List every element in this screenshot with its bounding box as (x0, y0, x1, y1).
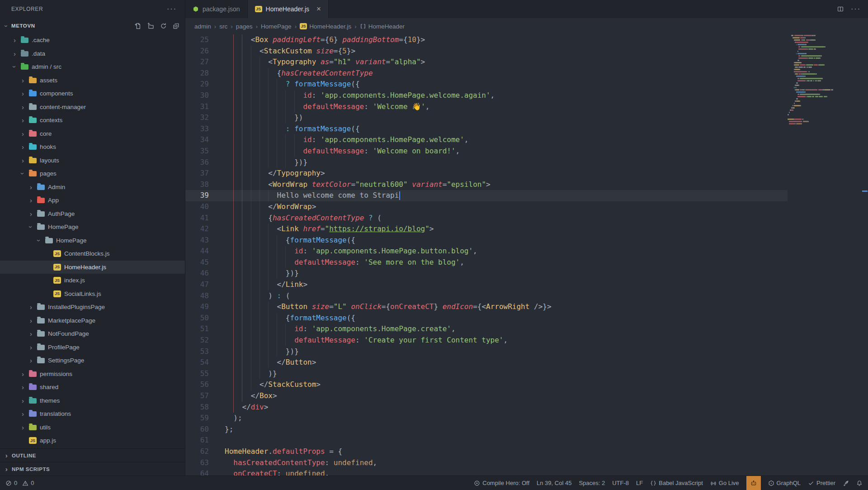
code-line-57[interactable]: 57 </Box> (185, 390, 788, 402)
folder-assets[interactable]: ›assets (0, 74, 185, 87)
refresh-icon[interactable] (160, 23, 167, 29)
explorer-more-icon[interactable]: ··· (167, 5, 177, 13)
code-line-56[interactable]: 56 </StackCustom> (185, 379, 788, 390)
code-line-30[interactable]: 30 id: 'app.components.HomePage.welcome.… (185, 90, 788, 101)
breadcrumb-admin[interactable]: admin (194, 23, 211, 30)
folder-hooks[interactable]: ›hooks (0, 140, 185, 154)
breadcrumb-pages[interactable]: pages (236, 23, 253, 30)
folder-notfoundpage[interactable]: ›NotFoundPage (0, 327, 185, 341)
tab-package-json[interactable]: package.json (185, 0, 248, 18)
folder-utils[interactable]: ›utils (0, 421, 185, 434)
code-line-52[interactable]: 52 defaultMessage: 'Create your first Co… (185, 335, 788, 346)
breadcrumb-src[interactable]: src (219, 23, 227, 30)
code-line-51[interactable]: 51 id: 'app.components.HomePage.create', (185, 323, 788, 335)
code-line-28[interactable]: 28 {hasCreatedContentType (185, 68, 788, 79)
status-warnings[interactable]: 0 (22, 476, 34, 490)
status-compile-hero[interactable]: Compile Hero: Off (474, 476, 529, 490)
folder-settingspage[interactable]: ›SettingsPage (0, 354, 185, 367)
folder-.data[interactable]: ›.data (0, 47, 185, 61)
tab-homeheader-js[interactable]: JS HomeHeader.js × (248, 0, 329, 18)
code-editor[interactable]: 25 <Box paddingLeft={6} paddingBottom={1… (185, 34, 868, 476)
folder-components[interactable]: ›components (0, 87, 185, 100)
code-line-46[interactable]: 46 })} (185, 268, 788, 279)
code-line-27[interactable]: 27 <Typography as="h1" variant="alpha"> (185, 57, 788, 68)
folder-marketplacepage[interactable]: ›MarketplacePage (0, 314, 185, 328)
folder-authpage[interactable]: ›AuthPage (0, 207, 185, 221)
code-line-38[interactable]: 38 <WordWrap textColor="neutral600" vari… (185, 179, 788, 190)
folder-contexts[interactable]: ›contexts (0, 114, 185, 127)
folder-pages[interactable]: ›pages (0, 167, 185, 181)
breadcrumb-homepage[interactable]: HomePage (261, 23, 292, 30)
code-line-50[interactable]: 50 {formatMessage({ (185, 313, 788, 324)
code-line-45[interactable]: 45 defaultMessage: 'See more on the blog… (185, 257, 788, 268)
split-editor-icon[interactable] (837, 6, 844, 12)
code-line-41[interactable]: 41 {hasCreatedContentType ? ( (185, 213, 788, 224)
code-line-54[interactable]: 54 </Button> (185, 357, 788, 368)
folder-app[interactable]: ›App (0, 194, 185, 207)
code-area[interactable]: 25 <Box paddingLeft={6} paddingBottom={1… (185, 34, 788, 476)
code-line-32[interactable]: 32 }) (185, 112, 788, 124)
code-line-61[interactable]: 61 (185, 435, 788, 446)
code-line-49[interactable]: 49 <Button size="L" onClick={onCreateCT}… (185, 301, 788, 313)
folder-layouts[interactable]: ›layouts (0, 154, 185, 167)
status-graphql[interactable]: GraphQL (768, 476, 801, 490)
code-line-55[interactable]: 55 )} (185, 368, 788, 380)
status-errors[interactable]: 0 (5, 476, 17, 490)
folder-themes[interactable]: ›themes (0, 394, 185, 408)
code-line-37[interactable]: 37 </Typography> (185, 168, 788, 179)
code-line-59[interactable]: 59 ); (185, 413, 788, 424)
status-rocket[interactable] (843, 476, 849, 490)
status-prettier[interactable]: Prettier (808, 476, 835, 490)
status-encoding[interactable]: UTF-8 (612, 476, 629, 490)
close-icon[interactable]: × (316, 5, 321, 14)
status-indentation[interactable]: Spaces: 2 (579, 476, 605, 490)
code-line-33[interactable]: 33 : formatMessage({ (185, 124, 788, 135)
workspace-row[interactable]: › METOVN (0, 18, 185, 33)
code-line-43[interactable]: 43 {formatMessage({ (185, 235, 788, 246)
code-line-58[interactable]: 58 </div> (185, 402, 788, 413)
npm-scripts-section[interactable]: › NPM SCRIPTS (0, 462, 185, 476)
breadcrumb-homeheader[interactable]: HomeHeader (360, 23, 405, 30)
folder-.cache[interactable]: ›.cache (0, 33, 185, 47)
code-line-31[interactable]: 31 defaultMessage: 'Welcome 👋', (185, 101, 788, 113)
code-line-25[interactable]: 25 <Box paddingLeft={6} paddingBottom={1… (185, 34, 788, 46)
status-language-mode[interactable]: Babel JavaScript (650, 476, 703, 490)
minimap[interactable] (788, 34, 862, 476)
status-cursor-position[interactable]: Ln 39, Col 45 (537, 476, 571, 490)
folder-admin[interactable]: ›Admin (0, 181, 185, 194)
folder-shared[interactable]: ›shared (0, 381, 185, 394)
folder-installedpluginspage[interactable]: ›InstalledPluginsPage (0, 300, 185, 314)
code-line-40[interactable]: 40 </WordWrap> (185, 201, 788, 213)
folder-content-manager[interactable]: ›content-manager (0, 100, 185, 114)
file-homeheader.js[interactable]: JSHomeHeader.js (0, 261, 185, 274)
status-eol[interactable]: LF (636, 476, 643, 490)
file-contentblocks.js[interactable]: JSContentBlocks.js (0, 247, 185, 261)
status-notifications[interactable] (856, 476, 863, 490)
code-line-48[interactable]: 48 ) : ( (185, 290, 788, 302)
code-line-63[interactable]: 63 hasCreatedContentType: undefined, (185, 457, 788, 469)
code-line-53[interactable]: 53 })} (185, 346, 788, 357)
code-line-39[interactable]: 39 Hello welcome come to Strapi (185, 190, 788, 201)
file-app.js[interactable]: JSapp.js (0, 434, 185, 447)
status-go-live[interactable]: Go Live (710, 476, 739, 490)
code-line-36[interactable]: 36 })} (185, 157, 788, 168)
status-ai-assistant[interactable] (746, 476, 761, 490)
folder-homepage[interactable]: ›HomePage (0, 220, 185, 234)
code-line-35[interactable]: 35 defaultMessage: 'Welcome on board!', (185, 146, 788, 157)
folder-permissions[interactable]: ›permissions (0, 367, 185, 381)
code-line-60[interactable]: 60}; (185, 424, 788, 435)
editor-more-icon[interactable]: ··· (851, 5, 861, 13)
code-line-62[interactable]: 62HomeHeader.defaultProps = { (185, 446, 788, 457)
file-sociallinks.js[interactable]: JSSocialLinks.js (0, 287, 185, 301)
breadcrumb-homeheader.js[interactable]: JSHomeHeader.js (300, 23, 351, 30)
code-line-26[interactable]: 26 <StackCustom size={5}> (185, 46, 788, 57)
code-line-47[interactable]: 47 </Link> (185, 279, 788, 290)
new-file-icon[interactable] (135, 23, 142, 29)
code-line-44[interactable]: 44 id: 'app.components.HomePage.button.b… (185, 246, 788, 257)
code-line-64[interactable]: 64 onCreateCT: undefined, (185, 468, 788, 476)
collapse-all-icon[interactable] (173, 23, 179, 29)
file-index.js[interactable]: JSindex.js (0, 274, 185, 287)
outline-section[interactable]: › OUTLINE (0, 448, 185, 462)
folder-translations[interactable]: ›translations (0, 407, 185, 421)
code-line-29[interactable]: 29 ? formatMessage({ (185, 79, 788, 90)
